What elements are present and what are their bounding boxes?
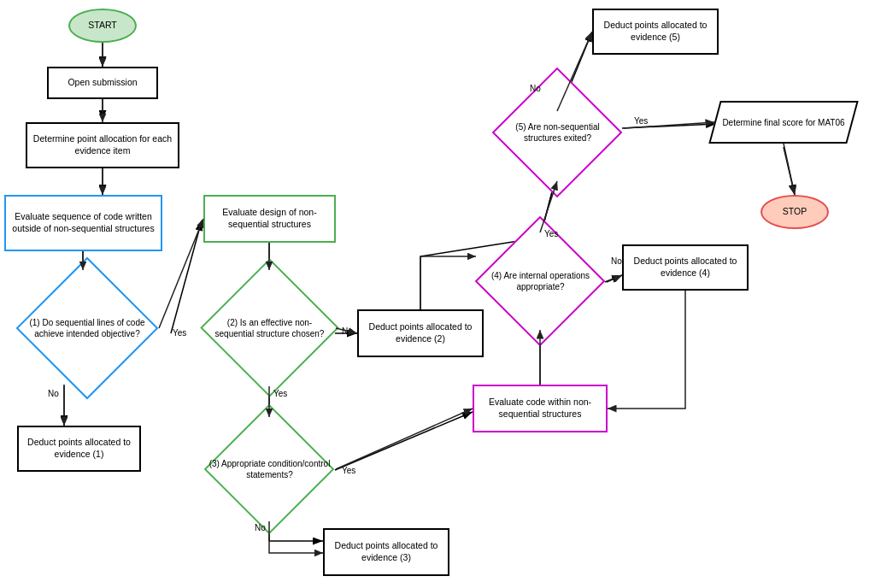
label-yes-d4: Yes — [544, 229, 558, 238]
open-submission-node: Open submission — [47, 67, 158, 99]
evaluate-code-label: Evaluate code within non-sequential stru… — [474, 397, 606, 420]
deduct3-node: Deduct points allocated to evidence (3) — [323, 528, 449, 576]
deduct2-label: Deduct points allocated to evidence (2) — [359, 321, 482, 344]
label-no-d3: No — [255, 523, 266, 532]
evaluate-seq-node: Evaluate sequence of code written outsid… — [4, 195, 162, 251]
deduct5-label: Deduct points allocated to evidence (5) — [594, 20, 717, 43]
stop-label: STOP — [783, 206, 807, 218]
evaluate-design-label: Evaluate design of non-sequential struct… — [205, 207, 334, 230]
evaluate-design-node: Evaluate design of non-sequential struct… — [203, 195, 336, 243]
diamond-d3: (3) Appropriate condition/control statem… — [203, 417, 336, 521]
diamond-d1: (1) Do sequential lines of code achieve … — [15, 270, 159, 386]
svg-line-6 — [171, 220, 202, 333]
label-no-d4: No — [611, 256, 622, 266]
svg-line-13 — [335, 412, 473, 470]
deduct1-node: Deduct points allocated to evidence (1) — [17, 426, 141, 472]
determine-point-label: Determine point allocation for each evid… — [27, 133, 178, 156]
evaluate-code-node: Evaluate code within non-sequential stru… — [473, 385, 608, 432]
diamond-d5: (5) Are non-sequential structures exited… — [491, 84, 624, 181]
deduct4-node: Deduct points allocated to evidence (4) — [622, 244, 749, 291]
label-no-d1: No — [48, 389, 59, 398]
deduct5-node: Deduct points allocated to evidence (5) — [592, 9, 719, 55]
stop-node: STOP — [760, 195, 829, 229]
label-no-d5: No — [530, 84, 541, 93]
deduct2-node: Deduct points allocated to evidence (2) — [357, 309, 484, 357]
svg-line-19 — [784, 147, 795, 195]
deduct4-label: Deduct points allocated to evidence (4) — [624, 256, 747, 279]
deduct3-label: Deduct points allocated to evidence (3) — [325, 540, 448, 563]
final-score-node: Determine final score for MAT06 — [714, 101, 853, 144]
determine-point-node: Determine point allocation for each evid… — [26, 122, 179, 168]
label-yes-d5: Yes — [634, 116, 648, 126]
svg-line-15 — [605, 275, 622, 282]
diamond-d2: (2) Is an effective non-sequential struc… — [203, 270, 336, 386]
diamond-d4: (4) Are internal operations appropriate? — [474, 232, 607, 330]
start-node: START — [68, 9, 137, 43]
start-label: START — [88, 20, 116, 32]
label-yes-d1: Yes — [173, 328, 186, 338]
label-no-d2: No — [342, 326, 353, 336]
label-yes-d3: Yes — [342, 466, 355, 475]
open-submission-label: Open submission — [68, 77, 137, 89]
deduct1-label: Deduct points allocated to evidence (1) — [19, 437, 139, 460]
evaluate-seq-label: Evaluate sequence of code written outsid… — [6, 211, 161, 234]
label-yes-d2: Yes — [273, 389, 287, 398]
